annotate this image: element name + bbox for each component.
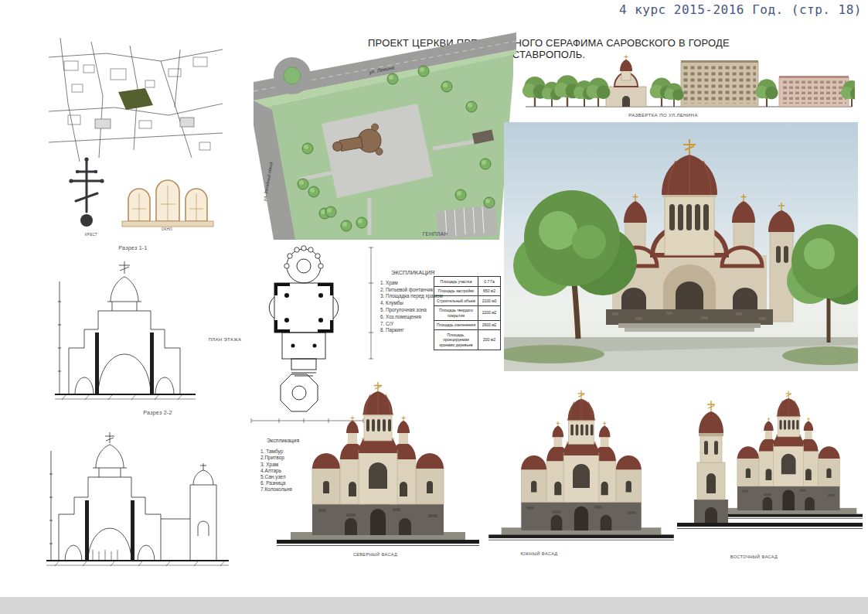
- render-tree-right: [787, 224, 858, 343]
- presentation-board: 4 курс 2015-2016 Год. (стр. 18) ПРОЕКТ Ц…: [0, 0, 868, 614]
- facade-east-label: ВОСТОЧНЫЙ ФАСАД: [710, 554, 798, 559]
- section-2-pier-right: [131, 500, 134, 561]
- genplan-label: ГЕНПЛАН: [397, 231, 474, 237]
- perspective-render: [504, 122, 858, 371]
- floor-plan-thick-walls: [274, 283, 333, 348]
- facade-east-ground-thin: [677, 528, 863, 529]
- section-1-drawing: [43, 255, 209, 404]
- section-1-pier-left: [95, 333, 99, 394]
- table-row: Площадь, проецируемая кронами деревьев 2…: [434, 330, 501, 350]
- table-row: Площадь твердого покрытия 2200 м2: [434, 305, 501, 320]
- window-detail-drawing: [121, 170, 215, 230]
- elevation-low-building: [779, 76, 849, 107]
- cross-detail-drawing: [66, 153, 107, 230]
- facade-east-church: [710, 391, 863, 519]
- row-value: 650 м2: [478, 286, 501, 296]
- section-1-label: Разрез 1-1: [98, 245, 168, 251]
- row-name: Площадь застройки: [434, 286, 478, 296]
- section-1-pier-right: [150, 333, 154, 394]
- row-name: Площадь, проецируемая кронами деревьев: [434, 330, 478, 350]
- area-table: Площадь участка 0.7 Га Площадь застройки…: [434, 276, 501, 350]
- street-elevation-drawing: [523, 53, 855, 114]
- genplan-drawing: ул. Ленина ул. Западный обход: [254, 32, 516, 243]
- cross-shape: [71, 159, 102, 212]
- render-church: [606, 139, 795, 332]
- row-value: 200 м2: [478, 330, 501, 350]
- section-1-ground: [55, 394, 196, 400]
- facade-east-drawing: [677, 371, 863, 554]
- row-name: Строительный объем: [434, 296, 478, 306]
- section-2-drawing: [39, 420, 236, 571]
- page-header: 4 курс 2015-2016 Год. (стр. 18): [619, 2, 862, 17]
- street-elevation-label: РАЗВЕРТКА ПО УЛ.ЛЕНИНА: [605, 112, 721, 118]
- facade-east-bell-tower: [694, 401, 728, 523]
- row-name: Площадь озеленения: [434, 320, 478, 330]
- row-name: Площадь твердого покрытия: [434, 305, 478, 320]
- window-label: ОКНО: [148, 227, 186, 231]
- row-value: 2600 м2: [478, 320, 501, 330]
- facade-south-drawing: [488, 389, 674, 546]
- section-2-label: Разрез 2-2: [123, 410, 192, 415]
- section-1-lines: [58, 261, 180, 394]
- table-row: Площадь озеленения 2600 м2: [434, 320, 501, 330]
- render-scene: [504, 122, 858, 371]
- facade-south-label: ЮЖНЫЙ ФАСАД: [495, 551, 584, 556]
- elevation-church: [606, 55, 646, 107]
- bottom-band: [0, 597, 868, 614]
- row-value: 2100 м3: [478, 296, 501, 306]
- elevation-apartment-building: [681, 60, 758, 107]
- section-2-ground: [46, 561, 229, 566]
- row-name: Площадь участка: [434, 277, 478, 287]
- table-row: Строительный объем 2100 м3: [434, 296, 501, 306]
- genplan-roundabout-green: [284, 67, 301, 84]
- row-value: 0.7 Га: [478, 277, 501, 287]
- facade-east-ground: [677, 523, 863, 527]
- window-sill: [122, 221, 213, 227]
- city-map-drawing: [45, 34, 226, 165]
- facade-north-drawing: [277, 380, 479, 552]
- table-row: Площадь застройки 650 м2: [434, 286, 501, 296]
- table-row: Площадь участка 0.7 Га: [434, 277, 501, 287]
- facade-north-label: СЕВЕРНЫЙ ФАСАД: [331, 552, 420, 557]
- map-green-patch: [118, 88, 153, 110]
- cross-label: КРЕСТ: [72, 233, 111, 237]
- floor-plan-apse-beads: [284, 246, 323, 268]
- section-2-pier-left: [85, 500, 89, 561]
- row-value: 2200 м2: [478, 305, 501, 320]
